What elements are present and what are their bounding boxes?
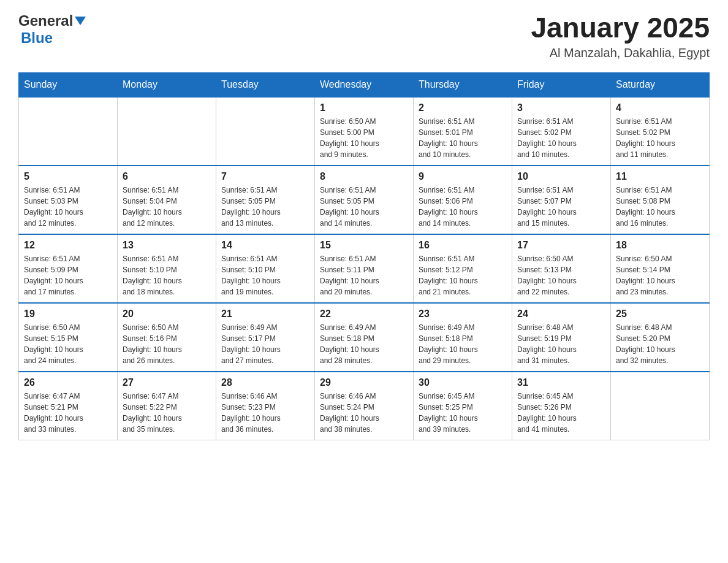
calendar-cell: 25Sunrise: 6:48 AMSunset: 5:20 PMDayligh… <box>611 303 710 372</box>
day-info: Sunrise: 6:51 AMSunset: 5:10 PMDaylight:… <box>123 253 211 297</box>
calendar-cell: 28Sunrise: 6:46 AMSunset: 5:23 PMDayligh… <box>216 372 315 440</box>
calendar-cell <box>216 97 315 166</box>
calendar-cell: 8Sunrise: 6:51 AMSunset: 5:05 PMDaylight… <box>315 166 414 234</box>
day-info: Sunrise: 6:51 AMSunset: 5:09 PMDaylight:… <box>24 253 112 297</box>
header-wednesday: Wednesday <box>315 72 414 97</box>
day-number: 1 <box>320 102 408 113</box>
svg-marker-0 <box>75 17 86 25</box>
calendar-cell: 19Sunrise: 6:50 AMSunset: 5:15 PMDayligh… <box>19 303 118 372</box>
calendar-cell: 11Sunrise: 6:51 AMSunset: 5:08 PMDayligh… <box>611 166 710 234</box>
calendar-cell: 24Sunrise: 6:48 AMSunset: 5:19 PMDayligh… <box>512 303 611 372</box>
calendar-cell: 15Sunrise: 6:51 AMSunset: 5:11 PMDayligh… <box>315 234 414 303</box>
day-info: Sunrise: 6:47 AMSunset: 5:22 PMDaylight:… <box>123 391 211 435</box>
day-info: Sunrise: 6:48 AMSunset: 5:20 PMDaylight:… <box>616 322 704 366</box>
day-number: 13 <box>123 240 211 251</box>
day-info: Sunrise: 6:51 AMSunset: 5:05 PMDaylight:… <box>320 185 408 229</box>
day-number: 22 <box>320 308 408 320</box>
week-row-3: 12Sunrise: 6:51 AMSunset: 5:09 PMDayligh… <box>19 234 710 303</box>
calendar-table: SundayMondayTuesdayWednesdayThursdayFrid… <box>18 72 710 440</box>
calendar-cell: 6Sunrise: 6:51 AMSunset: 5:04 PMDaylight… <box>118 166 216 234</box>
header-friday: Friday <box>512 72 611 97</box>
day-info: Sunrise: 6:51 AMSunset: 5:03 PMDaylight:… <box>24 185 112 229</box>
day-number: 4 <box>616 102 704 113</box>
day-number: 17 <box>517 240 605 251</box>
day-info: Sunrise: 6:50 AMSunset: 5:16 PMDaylight:… <box>123 322 211 366</box>
day-info: Sunrise: 6:45 AMSunset: 5:26 PMDaylight:… <box>517 391 605 435</box>
day-info: Sunrise: 6:47 AMSunset: 5:21 PMDaylight:… <box>24 391 112 435</box>
logo: General Blue <box>18 12 86 47</box>
header-monday: Monday <box>118 72 216 97</box>
calendar-cell <box>19 97 118 166</box>
day-number: 25 <box>616 308 704 320</box>
day-number: 21 <box>221 308 309 320</box>
day-number: 12 <box>24 240 112 251</box>
day-info: Sunrise: 6:51 AMSunset: 5:04 PMDaylight:… <box>123 185 211 229</box>
logo-triangle-icon <box>75 17 86 28</box>
day-number: 27 <box>123 377 211 388</box>
calendar-cell: 10Sunrise: 6:51 AMSunset: 5:07 PMDayligh… <box>512 166 611 234</box>
week-row-5: 26Sunrise: 6:47 AMSunset: 5:21 PMDayligh… <box>19 372 710 440</box>
day-info: Sunrise: 6:51 AMSunset: 5:07 PMDaylight:… <box>517 185 605 229</box>
calendar-subtitle: Al Manzalah, Dakahlia, Egypt <box>531 46 710 60</box>
day-info: Sunrise: 6:48 AMSunset: 5:19 PMDaylight:… <box>517 322 605 366</box>
day-info: Sunrise: 6:50 AMSunset: 5:13 PMDaylight:… <box>517 253 605 297</box>
calendar-cell: 26Sunrise: 6:47 AMSunset: 5:21 PMDayligh… <box>19 372 118 440</box>
day-info: Sunrise: 6:51 AMSunset: 5:01 PMDaylight:… <box>419 116 507 160</box>
calendar-cell: 2Sunrise: 6:51 AMSunset: 5:01 PMDaylight… <box>414 97 512 166</box>
calendar-cell: 21Sunrise: 6:49 AMSunset: 5:17 PMDayligh… <box>216 303 315 372</box>
calendar-cell: 16Sunrise: 6:51 AMSunset: 5:12 PMDayligh… <box>414 234 512 303</box>
day-info: Sunrise: 6:51 AMSunset: 5:12 PMDaylight:… <box>419 253 507 297</box>
day-info: Sunrise: 6:51 AMSunset: 5:08 PMDaylight:… <box>616 185 704 229</box>
calendar-cell: 13Sunrise: 6:51 AMSunset: 5:10 PMDayligh… <box>118 234 216 303</box>
calendar-cell <box>118 97 216 166</box>
calendar-cell: 23Sunrise: 6:49 AMSunset: 5:18 PMDayligh… <box>414 303 512 372</box>
day-number: 7 <box>221 171 309 182</box>
day-number: 20 <box>123 308 211 320</box>
header-tuesday: Tuesday <box>216 72 315 97</box>
day-info: Sunrise: 6:51 AMSunset: 5:10 PMDaylight:… <box>221 253 309 297</box>
calendar-cell: 30Sunrise: 6:45 AMSunset: 5:25 PMDayligh… <box>414 372 512 440</box>
day-info: Sunrise: 6:45 AMSunset: 5:25 PMDaylight:… <box>419 391 507 435</box>
day-number: 3 <box>517 102 605 113</box>
calendar-cell: 22Sunrise: 6:49 AMSunset: 5:18 PMDayligh… <box>315 303 414 372</box>
calendar-cell: 31Sunrise: 6:45 AMSunset: 5:26 PMDayligh… <box>512 372 611 440</box>
day-number: 5 <box>24 171 112 182</box>
day-number: 11 <box>616 171 704 182</box>
day-number: 6 <box>123 171 211 182</box>
calendar-cell: 17Sunrise: 6:50 AMSunset: 5:13 PMDayligh… <box>512 234 611 303</box>
day-number: 9 <box>419 171 507 182</box>
day-info: Sunrise: 6:49 AMSunset: 5:18 PMDaylight:… <box>320 322 408 366</box>
logo-blue-text: Blue <box>21 29 53 46</box>
day-number: 18 <box>616 240 704 251</box>
day-info: Sunrise: 6:46 AMSunset: 5:24 PMDaylight:… <box>320 391 408 435</box>
page-header: General Blue January 2025 Al Manzalah, D… <box>18 12 710 60</box>
logo-general-text: General <box>18 12 73 29</box>
day-info: Sunrise: 6:51 AMSunset: 5:11 PMDaylight:… <box>320 253 408 297</box>
calendar-title: January 2025 <box>531 12 710 44</box>
day-info: Sunrise: 6:51 AMSunset: 5:06 PMDaylight:… <box>419 185 507 229</box>
day-number: 29 <box>320 377 408 388</box>
week-row-4: 19Sunrise: 6:50 AMSunset: 5:15 PMDayligh… <box>19 303 710 372</box>
day-number: 31 <box>517 377 605 388</box>
calendar-cell: 14Sunrise: 6:51 AMSunset: 5:10 PMDayligh… <box>216 234 315 303</box>
calendar-header-row: SundayMondayTuesdayWednesdayThursdayFrid… <box>19 72 710 97</box>
header-thursday: Thursday <box>414 72 512 97</box>
day-info: Sunrise: 6:49 AMSunset: 5:17 PMDaylight:… <box>221 322 309 366</box>
day-number: 10 <box>517 171 605 182</box>
day-info: Sunrise: 6:51 AMSunset: 5:02 PMDaylight:… <box>517 116 605 160</box>
calendar-cell: 5Sunrise: 6:51 AMSunset: 5:03 PMDaylight… <box>19 166 118 234</box>
calendar-cell: 18Sunrise: 6:50 AMSunset: 5:14 PMDayligh… <box>611 234 710 303</box>
day-info: Sunrise: 6:50 AMSunset: 5:15 PMDaylight:… <box>24 322 112 366</box>
day-info: Sunrise: 6:50 AMSunset: 5:00 PMDaylight:… <box>320 116 408 160</box>
calendar-cell: 12Sunrise: 6:51 AMSunset: 5:09 PMDayligh… <box>19 234 118 303</box>
day-number: 15 <box>320 240 408 251</box>
day-number: 16 <box>419 240 507 251</box>
header-saturday: Saturday <box>611 72 710 97</box>
day-number: 19 <box>24 308 112 320</box>
title-block: January 2025 Al Manzalah, Dakahlia, Egyp… <box>531 12 710 60</box>
header-sunday: Sunday <box>19 72 118 97</box>
calendar-cell: 1Sunrise: 6:50 AMSunset: 5:00 PMDaylight… <box>315 97 414 166</box>
calendar-cell: 29Sunrise: 6:46 AMSunset: 5:24 PMDayligh… <box>315 372 414 440</box>
day-number: 30 <box>419 377 507 388</box>
day-number: 14 <box>221 240 309 251</box>
